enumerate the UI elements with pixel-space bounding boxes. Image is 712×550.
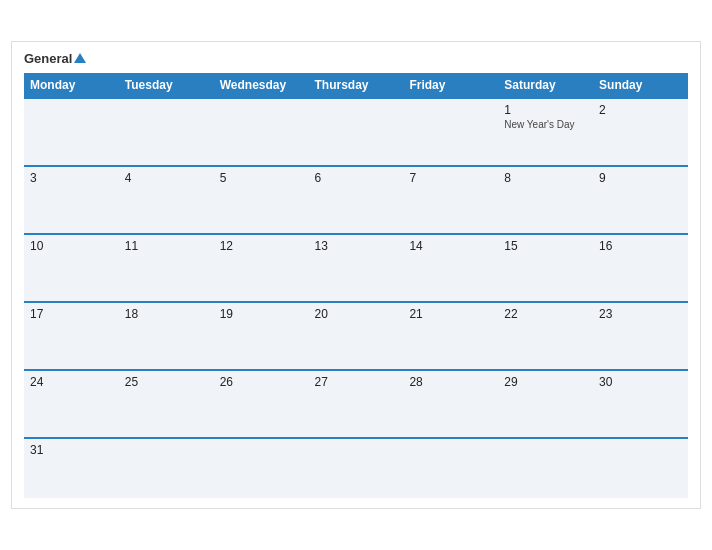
day-number: 12 — [220, 239, 303, 253]
calendar-cell: 30 — [593, 370, 688, 438]
day-number: 20 — [315, 307, 398, 321]
day-number: 31 — [30, 443, 113, 457]
calendar-cell: 16 — [593, 234, 688, 302]
day-number: 16 — [599, 239, 682, 253]
calendar-cell: 19 — [214, 302, 309, 370]
calendar-cell: 21 — [403, 302, 498, 370]
calendar-cell: 2 — [593, 98, 688, 166]
calendar-cell: 29 — [498, 370, 593, 438]
calendar-cell: 23 — [593, 302, 688, 370]
logo-general-text: General — [24, 52, 86, 66]
calendar-cell — [403, 438, 498, 498]
calendar-cell: 12 — [214, 234, 309, 302]
calendar-cell: 13 — [309, 234, 404, 302]
weekday-header-tuesday: Tuesday — [119, 73, 214, 98]
day-number: 11 — [125, 239, 208, 253]
calendar-cell: 4 — [119, 166, 214, 234]
day-number: 24 — [30, 375, 113, 389]
calendar-cell — [593, 438, 688, 498]
day-number: 10 — [30, 239, 113, 253]
day-number: 6 — [315, 171, 398, 185]
calendar-cell: 20 — [309, 302, 404, 370]
calendar-cell: 31 — [24, 438, 119, 498]
day-number: 29 — [504, 375, 587, 389]
day-number: 17 — [30, 307, 113, 321]
calendar-cell: 6 — [309, 166, 404, 234]
weekday-header-friday: Friday — [403, 73, 498, 98]
calendar-cell: 5 — [214, 166, 309, 234]
weekday-header-sunday: Sunday — [593, 73, 688, 98]
calendar-cell: 18 — [119, 302, 214, 370]
calendar-cell: 11 — [119, 234, 214, 302]
weekday-header-monday: Monday — [24, 73, 119, 98]
day-number: 22 — [504, 307, 587, 321]
week-row-2: 3456789 — [24, 166, 688, 234]
day-number: 27 — [315, 375, 398, 389]
calendar-cell: 27 — [309, 370, 404, 438]
calendar-cell: 28 — [403, 370, 498, 438]
calendar-cell — [498, 438, 593, 498]
weekday-header-saturday: Saturday — [498, 73, 593, 98]
day-number: 8 — [504, 171, 587, 185]
logo: General — [24, 52, 86, 66]
weekday-header-thursday: Thursday — [309, 73, 404, 98]
calendar-cell: 7 — [403, 166, 498, 234]
calendar-cell: 25 — [119, 370, 214, 438]
calendar-cell: 9 — [593, 166, 688, 234]
week-row-4: 17181920212223 — [24, 302, 688, 370]
calendar-cell — [119, 98, 214, 166]
day-number: 21 — [409, 307, 492, 321]
weekday-header-wednesday: Wednesday — [214, 73, 309, 98]
calendar-cell: 8 — [498, 166, 593, 234]
week-row-3: 10111213141516 — [24, 234, 688, 302]
day-number: 7 — [409, 171, 492, 185]
calendar-header: General — [24, 52, 688, 66]
calendar-cell: 14 — [403, 234, 498, 302]
holiday-label: New Year's Day — [504, 119, 587, 130]
calendar-wrapper: General MondayTuesdayWednesdayThursdayFr… — [11, 41, 701, 508]
day-number: 1 — [504, 103, 587, 117]
calendar-cell: 1New Year's Day — [498, 98, 593, 166]
day-number: 30 — [599, 375, 682, 389]
day-number: 25 — [125, 375, 208, 389]
calendar-table: MondayTuesdayWednesdayThursdayFridaySatu… — [24, 73, 688, 498]
week-row-1: 1New Year's Day2 — [24, 98, 688, 166]
calendar-cell — [119, 438, 214, 498]
day-number: 2 — [599, 103, 682, 117]
calendar-cell: 24 — [24, 370, 119, 438]
day-number: 9 — [599, 171, 682, 185]
day-number: 23 — [599, 307, 682, 321]
week-row-5: 24252627282930 — [24, 370, 688, 438]
calendar-cell: 15 — [498, 234, 593, 302]
calendar-cell: 17 — [24, 302, 119, 370]
calendar-cell — [403, 98, 498, 166]
day-number: 28 — [409, 375, 492, 389]
calendar-cell — [309, 438, 404, 498]
weekday-header-row: MondayTuesdayWednesdayThursdayFridaySatu… — [24, 73, 688, 98]
day-number: 18 — [125, 307, 208, 321]
calendar-cell: 3 — [24, 166, 119, 234]
calendar-cell — [214, 438, 309, 498]
day-number: 5 — [220, 171, 303, 185]
logo-triangle-icon — [74, 53, 86, 63]
day-number: 19 — [220, 307, 303, 321]
day-number: 13 — [315, 239, 398, 253]
day-number: 15 — [504, 239, 587, 253]
calendar-cell: 10 — [24, 234, 119, 302]
week-row-6: 31 — [24, 438, 688, 498]
day-number: 4 — [125, 171, 208, 185]
calendar-cell — [309, 98, 404, 166]
day-number: 14 — [409, 239, 492, 253]
calendar-cell — [214, 98, 309, 166]
calendar-cell: 26 — [214, 370, 309, 438]
calendar-cell — [24, 98, 119, 166]
day-number: 26 — [220, 375, 303, 389]
day-number: 3 — [30, 171, 113, 185]
calendar-cell: 22 — [498, 302, 593, 370]
